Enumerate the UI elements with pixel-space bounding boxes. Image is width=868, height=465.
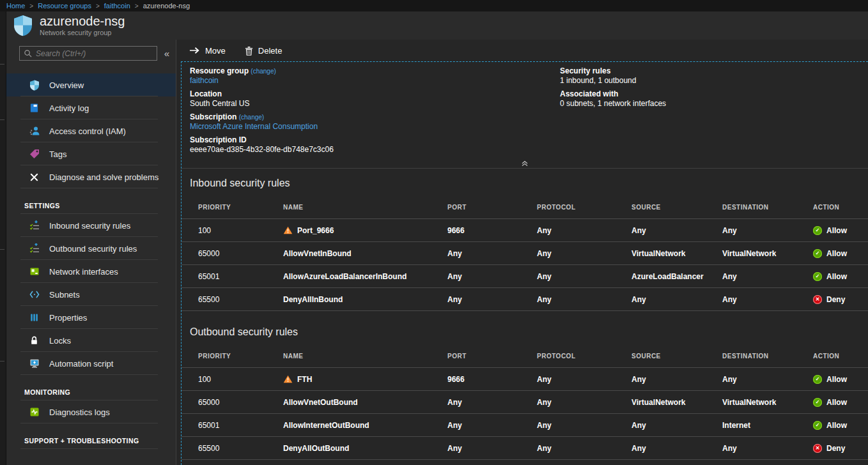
table-row[interactable]: 65000 AllowVnetOutBound Any Any VirtualN… bbox=[182, 391, 868, 414]
sidebar-item-outbound-rules[interactable]: Outbound security rules bbox=[6, 237, 176, 260]
sidebar-item-access-control[interactable]: Access control (IAM) bbox=[6, 119, 176, 142]
overview-panel: Resource group (change) faithcoin Locati… bbox=[181, 61, 868, 465]
move-button-label: Move bbox=[205, 46, 226, 56]
action-label: Allow bbox=[826, 375, 847, 384]
table-row[interactable]: 100 FTH 9666 Any Any bbox=[182, 368, 868, 391]
outbound-rules-table: PRIORITY NAME PORT PROTOCOL SOURCE DESTI… bbox=[182, 344, 868, 460]
allow-icon: ✓ bbox=[813, 272, 822, 281]
sidebar-item-diagnostics-logs[interactable]: Diagnostics logs bbox=[6, 400, 176, 423]
associated-with-label: Associated with bbox=[560, 89, 666, 99]
search-box[interactable] bbox=[19, 46, 157, 61]
search-icon bbox=[24, 49, 32, 57]
nsg-shield-icon bbox=[13, 15, 33, 36]
shield-icon bbox=[29, 80, 40, 91]
sidebar: « Overview bbox=[6, 40, 176, 465]
tools-icon bbox=[29, 172, 40, 183]
warning-icon bbox=[283, 226, 293, 234]
table-row[interactable]: 65001 AllowAzureLoadBalancerInBound Any … bbox=[182, 265, 868, 288]
subscription-value-link[interactable]: Microsoft Azure Internal Consumption bbox=[190, 122, 560, 132]
resource-group-label: Resource group bbox=[190, 66, 249, 75]
diagnostics-logs-icon bbox=[29, 407, 40, 418]
sidebar-item-label: Network interfaces bbox=[49, 267, 118, 277]
move-arrow-icon bbox=[189, 47, 200, 54]
resource-group-value-link[interactable]: faithcoin bbox=[190, 76, 560, 86]
table-row[interactable]: 65500 DenyAllInBound Any Any Any Any ✕ D… bbox=[182, 288, 868, 311]
col-action: ACTION bbox=[813, 353, 868, 360]
sidebar-item-label: Diagnose and solve problems bbox=[49, 172, 159, 182]
table-row[interactable]: 65500 DenyAllOutBound Any Any Any Any ✕ … bbox=[182, 437, 868, 460]
subscription-change-link[interactable]: (change) bbox=[239, 114, 264, 121]
sidebar-item-overview[interactable]: Overview bbox=[6, 73, 176, 96]
col-priority: PRIORITY bbox=[198, 353, 283, 360]
delete-button-label: Delete bbox=[258, 46, 283, 56]
sidebar-item-automation-script[interactable]: Automation script bbox=[6, 352, 176, 375]
blade-header: azurenode-nsg Network security group bbox=[6, 11, 868, 40]
sidebar-item-inbound-rules[interactable]: Inbound security rules bbox=[6, 214, 176, 237]
subnets-icon bbox=[29, 289, 40, 300]
essentials: Resource group (change) faithcoin Locati… bbox=[182, 62, 868, 158]
delete-button[interactable]: Delete bbox=[245, 46, 283, 56]
sidebar-item-subnets[interactable]: Subnets bbox=[6, 283, 176, 306]
network-interface-icon bbox=[29, 266, 40, 277]
breadcrumb-resource-groups[interactable]: Resource groups bbox=[38, 2, 91, 10]
sidebar-section-monitoring: MONITORING bbox=[6, 381, 176, 400]
chevron-up-double-icon bbox=[521, 160, 529, 167]
sidebar-item-activity-log[interactable]: Activity log bbox=[6, 96, 176, 119]
inbound-rules-title: Inbound security rules bbox=[190, 178, 868, 189]
outbound-rules-icon bbox=[29, 243, 40, 254]
security-rules-label: Security rules bbox=[560, 66, 666, 76]
resource-group-change-link[interactable]: (change) bbox=[251, 68, 275, 75]
table-header-row: PRIORITY NAME PORT PROTOCOL SOURCE DESTI… bbox=[182, 195, 868, 219]
breadcrumb-home[interactable]: Home bbox=[6, 2, 25, 10]
activity-log-icon bbox=[29, 103, 40, 114]
sidebar-nav: Overview Activity log bbox=[6, 73, 176, 449]
action-label: Allow bbox=[826, 226, 847, 235]
sidebar-item-diagnose[interactable]: Diagnose and solve problems bbox=[6, 165, 176, 188]
collapsed-blade-strip bbox=[0, 11, 6, 465]
col-port: PORT bbox=[447, 204, 537, 211]
properties-icon bbox=[29, 312, 40, 323]
breadcrumb-faithcoin[interactable]: faithcoin bbox=[104, 2, 130, 10]
sidebar-item-locks[interactable]: Locks bbox=[6, 329, 176, 352]
breadcrumb-separator: > bbox=[135, 3, 139, 10]
location-value: South Central US bbox=[190, 99, 560, 109]
table-row[interactable]: 65000 AllowVnetInBound Any Any VirtualNe… bbox=[182, 242, 868, 265]
sidebar-collapse-button[interactable]: « bbox=[162, 48, 172, 59]
sidebar-item-properties[interactable]: Properties bbox=[6, 306, 176, 329]
table-row[interactable]: 100 Port_9666 9666 Any bbox=[182, 219, 868, 242]
deny-icon: ✕ bbox=[813, 295, 822, 304]
col-protocol: PROTOCOL bbox=[537, 353, 632, 360]
sidebar-item-label: Properties bbox=[49, 313, 87, 323]
lock-icon bbox=[29, 335, 40, 346]
essentials-collapse-button[interactable] bbox=[182, 158, 868, 169]
table-header-row: PRIORITY NAME PORT PROTOCOL SOURCE DESTI… bbox=[182, 344, 868, 368]
col-source: SOURCE bbox=[632, 353, 722, 360]
breadcrumb-current: azurenode-nsg bbox=[143, 2, 190, 10]
sidebar-item-label: Access control (IAM) bbox=[49, 126, 126, 136]
action-label: Allow bbox=[826, 249, 847, 258]
action-label: Allow bbox=[826, 398, 847, 407]
sidebar-item-label: Diagnostics logs bbox=[49, 408, 110, 417]
move-button[interactable]: Move bbox=[189, 46, 226, 56]
nsg-blade: azurenode-nsg Network security group « bbox=[6, 11, 868, 465]
sidebar-item-network-interfaces[interactable]: Network interfaces bbox=[6, 260, 176, 283]
sidebar-item-tags[interactable]: Tags bbox=[6, 142, 176, 165]
inbound-rules-table: PRIORITY NAME PORT PROTOCOL SOURCE DESTI… bbox=[182, 195, 868, 311]
allow-icon: ✓ bbox=[813, 375, 822, 384]
col-name: NAME bbox=[283, 353, 447, 360]
col-port: PORT bbox=[447, 353, 537, 360]
action-label: Allow bbox=[826, 421, 847, 430]
page-title: azurenode-nsg bbox=[40, 15, 125, 27]
search-input[interactable] bbox=[36, 49, 153, 58]
col-protocol: PROTOCOL bbox=[537, 204, 632, 211]
toolbar: Move Delete bbox=[176, 40, 868, 61]
subscription-id-label: Subscription ID bbox=[190, 135, 560, 145]
subscription-id-value: eeee70ae-d385-4b32-80fe-db748e7c3c06 bbox=[190, 145, 560, 155]
deny-icon: ✕ bbox=[813, 444, 822, 453]
sidebar-section-support: SUPPORT + TROUBLESHOOTING bbox=[6, 430, 176, 449]
location-label: Location bbox=[190, 89, 560, 99]
action-label: Allow bbox=[826, 272, 847, 281]
allow-icon: ✓ bbox=[813, 226, 822, 235]
table-row[interactable]: 65001 AllowInternetOutBound Any Any Any … bbox=[182, 414, 868, 437]
people-icon bbox=[29, 126, 40, 137]
